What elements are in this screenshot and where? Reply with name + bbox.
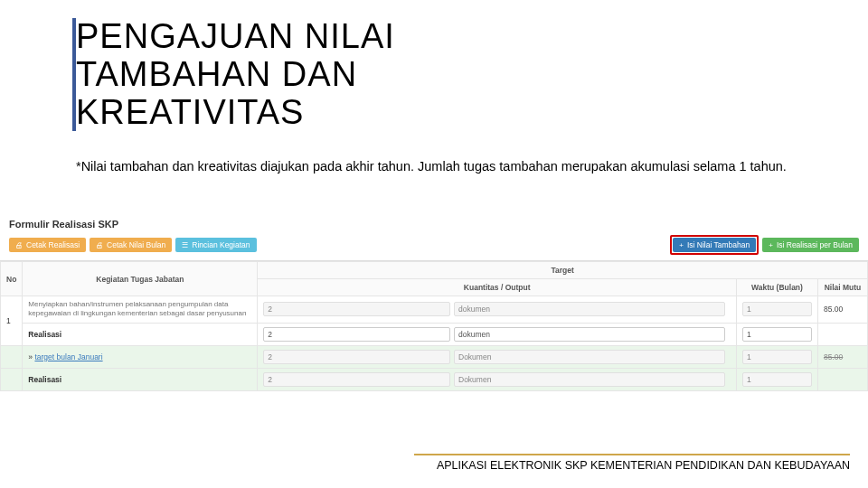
task-description: Menyiapkan bahan/instrumen pelaksanaan p… xyxy=(23,296,258,324)
unit-input[interactable]: Dokumen xyxy=(454,372,725,387)
cetak-nilai-bulan-button[interactable]: 🖨 Cetak Nilai Bulan xyxy=(90,238,172,252)
realisasi-label: Realisasi xyxy=(28,330,61,339)
toolbar: 🖨 Cetak Realisasi 🖨 Cetak Nilai Bulan ☰ … xyxy=(0,235,868,261)
waktu-input[interactable]: 1 xyxy=(742,327,812,342)
list-icon: ☰ xyxy=(182,241,188,249)
nilai-mutu: 85.00 xyxy=(818,296,868,324)
qty-input[interactable]: 2 xyxy=(263,302,450,316)
isi-nilai-tambahan-label: Isi Nilai Tambahan xyxy=(687,240,750,249)
col-target: Target xyxy=(258,262,868,279)
table-row: Realisasi 2 dokumen 1 xyxy=(1,323,868,345)
qty-input[interactable]: 2 xyxy=(263,350,450,364)
isi-nilai-tambahan-button[interactable]: + Isi Nilai Tambahan xyxy=(673,238,756,252)
isi-realisasi-bulan-label: Isi Realisasi per Bulan xyxy=(777,240,853,249)
rincian-kegiatan-label: Rincian Kegiatan xyxy=(192,240,250,249)
skp-table: No Kegiatan Tugas Jabatan Target Kuantit… xyxy=(0,261,868,391)
col-nilai: Nilai Mutu xyxy=(818,279,868,296)
qty-input[interactable]: 2 xyxy=(263,327,450,342)
bullet-icon: » xyxy=(28,352,33,361)
cetak-realisasi-label: Cetak Realisasi xyxy=(26,240,80,249)
footer-text: APLIKASI ELEKTRONIK SKP KEMENTERIAN PEND… xyxy=(414,454,850,472)
title-line-2: TAMBAHAN DAN xyxy=(76,55,357,93)
title-line-1: PENGAJUAN NILAI xyxy=(76,17,395,55)
title-line-3: KREATIVITAS xyxy=(76,93,304,131)
rincian-kegiatan-button[interactable]: ☰ Rincian Kegiatan xyxy=(175,238,256,252)
target-bulan-link[interactable]: target bulan Januari xyxy=(34,352,102,361)
col-kegiatan: Kegiatan Tugas Jabatan xyxy=(23,262,258,296)
panel-heading: Formulir Realisasi SKP xyxy=(0,215,868,235)
unit-input[interactable]: dokumen xyxy=(454,302,725,316)
nilai-mutu: 85.00 xyxy=(818,345,868,368)
qty-input[interactable]: 2 xyxy=(263,372,450,387)
table-row: Realisasi 2 Dokumen 1 xyxy=(1,368,868,390)
form-panel: Formulir Realisasi SKP 🖨 Cetak Realisasi… xyxy=(0,215,868,391)
highlight-box: + Isi Nilai Tambahan xyxy=(670,235,759,255)
waktu-input[interactable]: 1 xyxy=(742,302,812,316)
col-waktu: Waktu (Bulan) xyxy=(737,279,818,296)
realisasi-label: Realisasi xyxy=(28,375,61,384)
print-icon: 🖨 xyxy=(96,241,103,249)
table-row: 1 Menyiapkan bahan/instrumen pelaksanaan… xyxy=(1,296,868,324)
cetak-realisasi-button[interactable]: 🖨 Cetak Realisasi xyxy=(9,238,86,252)
print-icon: 🖨 xyxy=(15,241,23,249)
cetak-nilai-bulan-label: Cetak Nilai Bulan xyxy=(107,240,165,249)
unit-input[interactable]: dokumen xyxy=(454,327,725,342)
plus-icon: + xyxy=(679,241,684,249)
col-no: No xyxy=(1,262,23,296)
unit-input[interactable]: Dokumen xyxy=(454,350,725,364)
slide-title: PENGAJUAN NILAI TAMBAHAN DAN KREATIVITAS xyxy=(72,18,395,131)
waktu-input[interactable]: 1 xyxy=(742,350,812,364)
table-row: » target bulan Januari 2 Dokumen 1 85.00 xyxy=(1,345,868,368)
col-kuantitas: Kuantitas / Output xyxy=(258,279,737,296)
isi-realisasi-bulan-button[interactable]: + Isi Realisasi per Bulan xyxy=(762,238,859,252)
row-no: 1 xyxy=(1,296,23,346)
waktu-input[interactable]: 1 xyxy=(742,372,812,387)
slide-note: *Nilai tambahan dan kreativitas diajukan… xyxy=(76,158,841,176)
plus-icon: + xyxy=(769,241,773,249)
